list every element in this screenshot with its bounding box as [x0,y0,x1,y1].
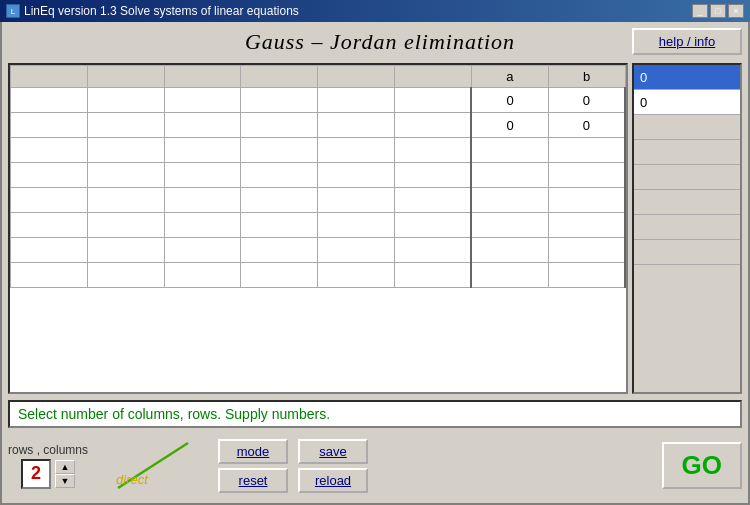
cell-r7-b[interactable] [548,238,625,263]
cell-r8-a[interactable] [471,263,548,288]
cell-r7c5[interactable] [318,238,395,263]
cell-r4c6[interactable] [395,163,472,188]
cell-r1-a[interactable]: 0 [471,88,548,113]
col-header-a: a [471,66,548,88]
cell-r5c5[interactable] [318,188,395,213]
result-cell-1: 0 [634,65,740,90]
cell-r8c1[interactable] [11,263,88,288]
cell-r2c5[interactable] [318,113,395,138]
rows-down-button[interactable]: ▼ [55,474,75,488]
grid-body: 0 0 0 0 [11,88,626,288]
cell-r8c2[interactable] [87,263,164,288]
cell-r3c3[interactable] [164,138,241,163]
cell-r4c1[interactable] [11,163,88,188]
cell-r6c3[interactable] [164,213,241,238]
result-cell-4 [634,140,740,165]
cell-r2c1[interactable] [11,113,88,138]
cell-r7c3[interactable] [164,238,241,263]
header: Gauss – Jordan elimination help / info [8,28,742,55]
cell-r4-a[interactable] [471,163,548,188]
cell-r7c6[interactable] [395,238,472,263]
result-cell-3 [634,115,740,140]
titlebar-left: L LinEq version 1.3 Solve systems of lin… [6,4,299,18]
cell-r3c2[interactable] [87,138,164,163]
cell-r8c6[interactable] [395,263,472,288]
close-button[interactable]: × [728,4,744,18]
col-header-1 [11,66,88,88]
mode-button[interactable]: mode [218,439,288,464]
save-button[interactable]: save [298,439,368,464]
cell-r4c4[interactable] [241,163,318,188]
cell-r5c3[interactable] [164,188,241,213]
results-column: 0 0 [632,63,742,394]
cell-r6c4[interactable] [241,213,318,238]
cell-r3-a[interactable] [471,138,548,163]
go-button[interactable]: GO [662,442,742,489]
cell-r3c5[interactable] [318,138,395,163]
cell-r6c5[interactable] [318,213,395,238]
grid-container: a b 0 0 [8,63,742,394]
status-message: Select number of columns, rows. Supply n… [18,406,330,422]
cell-r5c2[interactable] [87,188,164,213]
cell-r5c1[interactable] [11,188,88,213]
help-info-button[interactable]: help / info [632,28,742,55]
cell-r5-a[interactable] [471,188,548,213]
minimize-button[interactable]: _ [692,4,708,18]
cell-r7c2[interactable] [87,238,164,263]
cell-r1c1[interactable] [11,88,88,113]
cell-r1c2[interactable] [87,88,164,113]
col-header-2 [87,66,164,88]
cell-r4c2[interactable] [87,163,164,188]
cell-r1c6[interactable] [395,88,472,113]
table-row [11,188,626,213]
reload-button[interactable]: reload [298,468,368,493]
cell-r3-b[interactable] [548,138,625,163]
result-cell-6 [634,190,740,215]
cell-r7c1[interactable] [11,238,88,263]
cell-r2-a[interactable]: 0 [471,113,548,138]
reset-button[interactable]: reset [218,468,288,493]
cell-r5c4[interactable] [241,188,318,213]
cell-r4-b[interactable] [548,163,625,188]
cell-r2c3[interactable] [164,113,241,138]
direct-area: direct [108,438,198,493]
result-cell-5 [634,165,740,190]
cell-r7-a[interactable] [471,238,548,263]
col-header-6 [395,66,472,88]
cell-r1c5[interactable] [318,88,395,113]
app-title: Gauss – Jordan elimination [128,29,632,55]
cell-r6c1[interactable] [11,213,88,238]
table-row [11,163,626,188]
window-controls[interactable]: _ □ × [692,4,744,18]
cell-r2c2[interactable] [87,113,164,138]
result-cell-2: 0 [634,90,740,115]
cell-r3c1[interactable] [11,138,88,163]
cell-r4c5[interactable] [318,163,395,188]
cell-r3c6[interactable] [395,138,472,163]
cell-r5c6[interactable] [395,188,472,213]
cell-r8-b[interactable] [548,263,625,288]
cell-r6-a[interactable] [471,213,548,238]
cell-r6c6[interactable] [395,213,472,238]
cell-r1c4[interactable] [241,88,318,113]
cell-r7c4[interactable] [241,238,318,263]
rows-up-button[interactable]: ▲ [55,460,75,474]
cell-r4c3[interactable] [164,163,241,188]
cell-r1-b[interactable]: 0 [548,88,625,113]
cell-r8c4[interactable] [241,263,318,288]
title-text: LinEq version 1.3 Solve systems of linea… [24,4,299,18]
cell-r6c2[interactable] [87,213,164,238]
cell-r5-b[interactable] [548,188,625,213]
cell-r2-b[interactable]: 0 [548,113,625,138]
table-row [11,138,626,163]
cell-r8c3[interactable] [164,263,241,288]
cell-r2c4[interactable] [241,113,318,138]
maximize-button[interactable]: □ [710,4,726,18]
cell-r1c3[interactable] [164,88,241,113]
cell-r8c5[interactable] [318,263,395,288]
cell-r2c6[interactable] [395,113,472,138]
cell-r6-b[interactable] [548,213,625,238]
main-table: a b 0 0 [8,63,628,394]
table-row: 0 0 [11,88,626,113]
cell-r3c4[interactable] [241,138,318,163]
